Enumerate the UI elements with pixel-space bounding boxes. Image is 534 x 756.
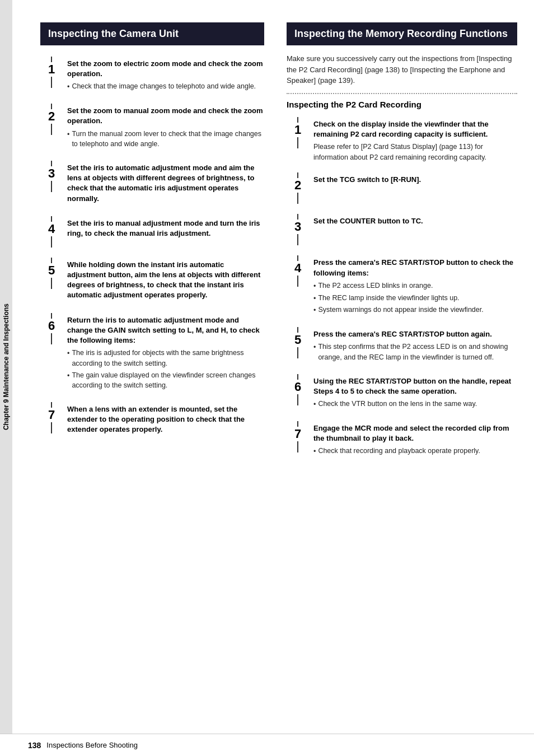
step-line-bottom (51, 278, 52, 289)
footer-text: Inspections Before Shooting (46, 741, 138, 749)
step-number: 3 (294, 221, 301, 233)
step-line-bottom (297, 394, 298, 405)
step-num-col: 4 (287, 255, 309, 287)
step-line-bottom (297, 347, 298, 358)
bullet-text: Turn the manual zoom lever to check that… (72, 129, 264, 150)
bullet-text: The iris is adjusted for objects with th… (72, 348, 264, 369)
step-title: While holding down the instant iris auto… (67, 260, 264, 301)
step-2: 2Set the zoom to manual zoom mode and ch… (40, 104, 264, 151)
step-number: 7 (48, 409, 55, 421)
footer: 138 Inspections Before Shooting (0, 734, 534, 756)
step-content: Using the REC START/STOP button on the h… (309, 374, 517, 411)
bullet-dot: • (313, 399, 316, 410)
step-content: Set the iris to manual adjustment mode a… (63, 216, 264, 241)
step-line-bottom (51, 181, 52, 192)
bullet-text: This step confirms that the P2 access LE… (318, 342, 517, 363)
bullet-item: •The iris is adjusted for objects with t… (67, 348, 264, 369)
step-line-bottom (51, 422, 52, 433)
step-title: Set the zoom to electric zoom mode and c… (67, 59, 264, 79)
left-column: Inspecting the Camera Unit 1Set the zoom… (40, 22, 275, 734)
step-line-top (297, 327, 298, 333)
step-number: 7 (294, 428, 301, 440)
step-num-col: 6 (287, 374, 309, 405)
step-number: 4 (48, 223, 55, 235)
right-steps: 1Check on the display inside the viewfin… (287, 117, 517, 458)
step-line-top (297, 172, 298, 178)
bullet-dot: • (313, 342, 316, 353)
right-intro: Make sure you successively carry out the… (287, 53, 517, 86)
step-content: Set the iris to automatic adjustment mod… (63, 161, 264, 206)
bullet-text: System warnings do not appear inside the… (318, 305, 483, 315)
step-num-col: 7 (40, 402, 63, 433)
step-3: 3Set the iris to automatic adjustment mo… (40, 161, 264, 206)
step-3: 3Set the COUNTER button to TC. (287, 214, 517, 245)
step-content: Engage the MCR mode and select the recor… (309, 421, 517, 458)
step-line-top (51, 57, 52, 62)
bullet-text: Check that the image changes to telephot… (72, 81, 256, 92)
left-steps: 1Set the zoom to electric zoom mode and … (40, 57, 264, 437)
step-num-col: 2 (287, 172, 309, 204)
step-number: 2 (294, 179, 301, 192)
bullet-text: The gain value displayed on the viewfind… (72, 370, 264, 391)
step-line-top (51, 313, 52, 319)
bullet-text: Check the VTR button on the lens in the … (318, 399, 477, 409)
step-7: 7Engage the MCR mode and select the reco… (287, 421, 517, 458)
step-5: 5Press the camera's REC START/STOP butto… (287, 327, 517, 364)
step-title: Set the iris to manual adjustment mode a… (67, 218, 264, 239)
step-num-col: 1 (40, 57, 63, 88)
step-content: Set the zoom to electric zoom mode and c… (63, 57, 264, 94)
step-num-col: 3 (40, 161, 63, 192)
step-title: Set the iris to automatic adjustment mod… (67, 163, 264, 204)
step-5: 5While holding down the instant iris aut… (40, 258, 264, 303)
step-number: 5 (48, 264, 55, 277)
step-content: Press the camera's REC START/STOP button… (309, 255, 517, 317)
sub-section-title: Inspecting the P2 Card Recording (287, 100, 517, 109)
bullet-text: Check that recording and playback operat… (318, 446, 480, 456)
step-num-col: 6 (40, 313, 63, 344)
step-4: 4Press the camera's REC START/STOP butto… (287, 255, 517, 317)
step-content: Check on the display inside the viewfind… (309, 117, 517, 163)
step-num-col: 5 (287, 327, 309, 358)
step-title: Check on the display inside the viewfind… (313, 119, 517, 139)
left-section-title: Inspecting the Camera Unit (40, 22, 264, 45)
step-content: Return the iris to automatic adjustment … (63, 313, 264, 393)
step-1: 1Check on the display inside the viewfin… (287, 117, 517, 163)
bullet-item: •Check the VTR button on the lens in the… (313, 399, 517, 410)
step-num-col: 1 (287, 117, 309, 148)
bullet-item: •System warnings do not appear inside th… (313, 305, 517, 316)
bullet-item: •The REC lamp inside the viewfinder ligh… (313, 293, 517, 304)
step-line-top (51, 216, 52, 222)
step-6: 6Return the iris to automatic adjustment… (40, 313, 264, 393)
bullet-text: The P2 access LED blinks in orange. (318, 281, 433, 291)
step-number: 5 (294, 334, 301, 346)
step-title: Set the zoom to manual zoom mode and che… (67, 106, 264, 126)
step-line-top (297, 214, 298, 220)
step-title: Using the REC START/STOP button on the h… (313, 376, 517, 396)
bullet-text: The REC lamp inside the viewfinder light… (318, 293, 459, 304)
step-line-bottom (297, 137, 298, 148)
step-content: Set the TCG switch to [R-RUN]. (309, 172, 517, 187)
step-1: 1Set the zoom to electric zoom mode and … (40, 57, 264, 94)
sidebar-strip: Chapter 9 Maintenance and Inspections (0, 0, 12, 734)
step-content: While holding down the instant iris auto… (63, 258, 264, 303)
step-title: Press the camera's REC START/STOP button… (313, 258, 517, 278)
step-title: Engage the MCR mode and select the recor… (313, 423, 517, 444)
step-number: 4 (294, 262, 301, 274)
step-title: Set the TCG switch to [R-RUN]. (313, 175, 517, 185)
bullet-item: •The gain value displayed on the viewfin… (67, 370, 264, 391)
step-content: Press the camera's REC START/STOP button… (309, 327, 517, 364)
bullet-dot: • (313, 293, 316, 304)
step-num-col: 4 (40, 216, 63, 248)
step-2: 2Set the TCG switch to [R-RUN]. (287, 172, 517, 204)
step-title: When a lens with an extender is mounted,… (67, 404, 264, 435)
step-line-top (297, 374, 298, 380)
bullet-item: •Check that recording and playback opera… (313, 446, 517, 457)
step-line-bottom (297, 193, 298, 204)
step-num-col: 7 (287, 421, 309, 452)
bullet-dot: • (313, 446, 316, 457)
step-line-top (51, 161, 52, 166)
bullet-item: •This step confirms that the P2 access L… (313, 342, 517, 363)
step-content: When a lens with an extender is mounted,… (63, 402, 264, 437)
step-line-top (51, 258, 52, 263)
step-content: Set the zoom to manual zoom mode and che… (63, 104, 264, 151)
